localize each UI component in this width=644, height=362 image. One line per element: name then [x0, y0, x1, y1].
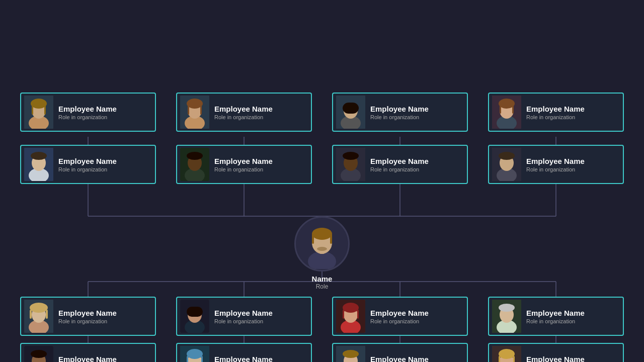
- card-t2: Employee Name Role in organization: [176, 93, 312, 132]
- card-t3: Employee Name Role in organization: [332, 93, 468, 132]
- svg-point-57: [187, 152, 203, 160]
- info-b1: Employee Name Role in organization: [58, 309, 117, 324]
- info-b3: Employee Name Role in organization: [370, 309, 429, 324]
- info-ts3: Employee Name Role in organization: [370, 157, 429, 172]
- svg-rect-32: [32, 105, 33, 115]
- svg-point-61: [343, 152, 359, 160]
- name-b3: Employee Name: [370, 309, 429, 317]
- avatar-ts1: [24, 148, 53, 181]
- svg-point-53: [31, 152, 47, 160]
- svg-rect-49: [512, 106, 514, 114]
- card-bs4: Employee Name Role in organization: [488, 343, 624, 362]
- svg-point-85: [499, 304, 515, 312]
- card-ts1: Employee Name Role in organization: [20, 145, 156, 184]
- name-ts1: Employee Name: [58, 157, 117, 165]
- avatar-ts4: [492, 148, 521, 181]
- role-t1: Role in organization: [58, 114, 117, 120]
- name-ts3: Employee Name: [370, 157, 429, 165]
- name-ts4: Employee Name: [526, 157, 585, 165]
- avatar-b4: [492, 300, 521, 333]
- svg-rect-105: [513, 356, 515, 362]
- name-b2: Employee Name: [214, 309, 273, 317]
- avatar-t3: [336, 96, 365, 129]
- card-ts2: Employee Name Role in organization: [176, 145, 312, 184]
- info-t2: Employee Name Role in organization: [214, 105, 273, 120]
- svg-point-27: [317, 247, 327, 251]
- svg-rect-38: [188, 106, 189, 115]
- role-ts2: Role in organization: [214, 166, 273, 172]
- avatar-bs2: [180, 346, 209, 362]
- info-ts2: Employee Name Role in organization: [214, 157, 273, 172]
- card-b1: Employee Name Role in organization: [20, 297, 156, 336]
- avatar-b3: [336, 300, 365, 333]
- svg-rect-75: [187, 307, 203, 317]
- svg-rect-25: [312, 234, 314, 244]
- info-bs4: Employee Name Role in organization: [526, 355, 585, 363]
- svg-rect-39: [200, 106, 202, 115]
- name-bs3: Employee Name: [370, 355, 429, 363]
- svg-rect-33: [44, 105, 46, 115]
- name-t2: Employee Name: [214, 105, 273, 113]
- svg-rect-80: [343, 310, 344, 319]
- role-ts4: Role in organization: [526, 166, 585, 172]
- card-bs1: Employee Name Role in organization: [20, 343, 156, 362]
- role-b2: Role in organization: [214, 318, 273, 324]
- card-ts4: Employee Name Role in organization: [488, 145, 624, 184]
- avatar-ts2: [180, 148, 209, 181]
- info-t1: Employee Name Role in organization: [58, 105, 117, 120]
- info-b4: Employee Name Role in organization: [526, 309, 585, 324]
- svg-rect-94: [187, 356, 188, 362]
- role-b3: Role in organization: [370, 318, 429, 324]
- card-bs3: Employee Name Role in organization: [332, 343, 468, 362]
- avatar-t1: [24, 96, 53, 129]
- role-t3: Role in organization: [370, 114, 429, 120]
- avatar-b2: [180, 300, 209, 333]
- name-t3: Employee Name: [370, 105, 429, 113]
- name-bs2: Employee Name: [214, 355, 273, 363]
- name-ts2: Employee Name: [214, 157, 273, 165]
- svg-rect-104: [499, 356, 500, 362]
- svg-point-24: [312, 228, 332, 240]
- role-ts1: Role in organization: [58, 166, 117, 172]
- org-chart: Name Role Employee Name Role in organiza…: [0, 50, 644, 357]
- info-ts4: Employee Name Role in organization: [526, 157, 585, 172]
- svg-point-69: [30, 303, 48, 313]
- svg-point-89: [31, 350, 47, 358]
- name-b4: Employee Name: [526, 309, 585, 317]
- card-t1: Employee Name Role in organization: [20, 93, 156, 132]
- svg-rect-70: [30, 310, 32, 319]
- center-role: Role: [316, 283, 329, 290]
- name-bs1: Employee Name: [58, 355, 117, 363]
- svg-rect-43: [343, 103, 359, 114]
- name-t1: Employee Name: [58, 105, 117, 113]
- center-avatar: [294, 216, 350, 272]
- card-ts3: Employee Name Role in organization: [332, 145, 468, 184]
- info-b2: Employee Name Role in organization: [214, 309, 273, 324]
- role-t2: Role in organization: [214, 114, 273, 120]
- info-ts1: Employee Name Role in organization: [58, 157, 117, 172]
- avatar-t2: [180, 96, 209, 129]
- svg-rect-71: [46, 310, 48, 319]
- svg-rect-81: [357, 310, 359, 319]
- card-b2: Employee Name Role in organization: [176, 297, 312, 336]
- role-ts3: Role in organization: [370, 166, 429, 172]
- info-t3: Employee Name Role in organization: [370, 105, 429, 120]
- card-b3: Employee Name Role in organization: [332, 297, 468, 336]
- svg-point-65: [499, 152, 515, 160]
- info-bs1: Employee Name Role in organization: [58, 355, 117, 363]
- svg-point-93: [187, 349, 203, 359]
- center-name: Name: [312, 275, 333, 283]
- avatar-bs1: [24, 346, 53, 362]
- avatar-ts3: [336, 148, 365, 181]
- role-b4: Role in organization: [526, 318, 585, 324]
- card-t4: Employee Name Role in organization: [488, 93, 624, 132]
- card-b4: Employee Name Role in organization: [488, 297, 624, 336]
- svg-point-99: [343, 350, 359, 358]
- avatar-t4: [492, 96, 521, 129]
- name-b1: Employee Name: [58, 309, 117, 317]
- avatar-bs3: [336, 346, 365, 362]
- svg-rect-95: [201, 356, 203, 362]
- avatar-bs4: [492, 346, 521, 362]
- name-t4: Employee Name: [526, 105, 585, 113]
- card-bs2: Employee Name Role in organization: [176, 343, 312, 362]
